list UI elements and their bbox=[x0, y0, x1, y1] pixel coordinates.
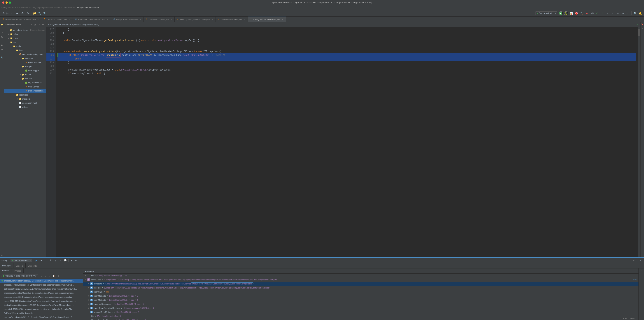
right-scrollbar[interactable] bbox=[638, 27, 640, 257]
back-btn[interactable]: ⬅ bbox=[15, 11, 20, 15]
var-expand-icon[interactable] bbox=[87, 294, 90, 298]
frame-item-5[interactable]: access$800:111, ConfigurationClassParser… bbox=[0, 299, 83, 303]
git-icon[interactable]: ⎇ bbox=[0, 31, 4, 34]
tree-arrow[interactable]: ▶ bbox=[8, 33, 10, 35]
tab-ConfigurationClassParser[interactable]: J ConfigurationClassParser.java × bbox=[248, 16, 286, 22]
frame-item-1[interactable]: processMemberClasses:372, ConfigurationC… bbox=[0, 283, 83, 287]
breadcrumb-item-4[interactable]: annotation bbox=[64, 6, 74, 9]
tree-item-resources[interactable]: 📁 resources bbox=[4, 93, 46, 97]
tree-item-HelloController[interactable]: ▶ J HelloController bbox=[4, 60, 46, 64]
nav-btn-2[interactable]: 🔧 bbox=[37, 11, 42, 15]
tab-close-icon[interactable]: × bbox=[106, 18, 109, 21]
nav-copy-btn[interactable]: 📋 bbox=[52, 274, 56, 278]
var-skippedBeanMethods[interactable]: f skippedBeanMethods = {HashSet@5880} si… bbox=[83, 310, 638, 314]
step-over-btn[interactable]: ↷ bbox=[39, 259, 43, 263]
var-importedResources[interactable]: f importedResources = {LinkedHashMap@587… bbox=[83, 302, 638, 306]
evaluate-btn[interactable]: 💬 bbox=[63, 259, 67, 263]
tree-item-application-yaml[interactable]: ▶ 📄 application.yaml bbox=[4, 101, 46, 105]
tree-item-init-sql[interactable]: ▶ 📄 init.sql bbox=[4, 105, 46, 109]
tree-item-mapper[interactable]: 📁 mapper bbox=[4, 64, 46, 68]
var-expand-icon[interactable] bbox=[87, 298, 90, 302]
var-configClass[interactable]: p configClass = {ConfigurationClass@5874… bbox=[83, 278, 638, 282]
project-icon[interactable]: 📁 bbox=[0, 23, 4, 26]
var-beanMethods-1[interactable]: f beanMethods = {LinkedHashSet@5876} siz… bbox=[83, 294, 638, 298]
editor-breadcrumb-method[interactable]: processConfigurationClass() bbox=[74, 23, 99, 25]
editor-breadcrumb-class[interactable]: ConfigurationClassParser bbox=[48, 23, 71, 25]
var-this[interactable]: this = {ConfigurationClassParser@3725} bbox=[83, 274, 638, 278]
tab-close-icon[interactable]: × bbox=[170, 18, 172, 21]
maximize-button[interactable] bbox=[9, 1, 11, 4]
force-step-into-btn[interactable]: ⇓ bbox=[49, 259, 53, 263]
step-into-btn[interactable]: ↓ bbox=[44, 259, 48, 263]
tree-item-src[interactable]: 📁 src bbox=[4, 40, 46, 44]
debug-button[interactable]: 🐛 bbox=[564, 11, 568, 15]
forward-btn[interactable]: ⚙ bbox=[20, 11, 25, 15]
nav-down-btn[interactable]: ↓ bbox=[44, 274, 47, 278]
gear-icon[interactable]: ⚙ bbox=[41, 23, 45, 26]
breadcrumb-item-0[interactable]: spring-context-5.3.16-sources.jar bbox=[2, 6, 31, 9]
tree-item-java[interactable]: 📁 java bbox=[4, 48, 46, 52]
tree-arrow-model[interactable]: ▶ bbox=[20, 74, 22, 75]
pull-requests-icon[interactable]: ⇅ bbox=[0, 35, 4, 39]
var-filter[interactable]: filter = {Predicate$lambda@4415} bbox=[83, 314, 638, 318]
var-this-configurationClasses[interactable]: oo this.configurationClasses = {LinkedHa… bbox=[83, 318, 638, 320]
tree-item-model[interactable]: ▶ 📁 model bbox=[4, 72, 46, 77]
tree-item-DemoApplication[interactable]: ▶ J DemoApplication bbox=[4, 89, 46, 93]
var-importBeanDefinitionRegistrars[interactable]: f importBeanDefinitionRegistrars = {Link… bbox=[83, 306, 638, 310]
tab-ConditionEvaluator[interactable]: J ConditionEvaluator.java × bbox=[216, 16, 248, 22]
run-debug-icon[interactable]: ▶ bbox=[0, 43, 4, 47]
notifications-btn[interactable]: 🔔 bbox=[638, 11, 642, 15]
tab-OnBeanCondition[interactable]: J OnBeanCondition.java × bbox=[144, 16, 175, 22]
view-link[interactable]: View bbox=[632, 278, 637, 281]
run-to-cursor-btn[interactable]: → bbox=[58, 259, 62, 263]
settings-btn[interactable]: ⚙ bbox=[25, 11, 30, 15]
undo-btn[interactable]: ↩ bbox=[616, 11, 620, 15]
frame-item-6[interactable]: lambda$processGroupImports$1:812, Config… bbox=[0, 303, 83, 307]
tree-item-idea[interactable]: ▶ 📁 .idea bbox=[4, 32, 46, 36]
sub-tab-threads[interactable]: Threads bbox=[12, 269, 24, 273]
tree-item-main[interactable]: 📁 main bbox=[4, 44, 46, 48]
add-watch-btn[interactable]: + bbox=[56, 274, 60, 278]
tab-close-icon[interactable]: × bbox=[281, 18, 284, 21]
tab-FilteringSpringBootCondition[interactable]: J FilteringSpringBootCondition.java × bbox=[175, 16, 216, 22]
services-icon[interactable]: ⚙ bbox=[0, 48, 4, 51]
tab-OnClassCondition[interactable]: J OnClassCondition.java × bbox=[41, 16, 73, 22]
tree-item-MyConditional[interactable]: ▶ 🟢 MyConditionalC... bbox=[4, 81, 46, 85]
settings2-btn[interactable]: ⋯ bbox=[74, 259, 78, 263]
tab-close-icon[interactable]: × bbox=[68, 18, 71, 21]
nav-btn-1[interactable]: 📁 bbox=[32, 11, 37, 15]
coverage-btn[interactable]: 🎯 bbox=[574, 11, 579, 15]
tree-arrow-mappers[interactable]: ▶ bbox=[16, 98, 19, 100]
var-metadata[interactable]: f metadata = {SimpleAnnotationMetadata@5… bbox=[83, 282, 638, 286]
frame-item-0[interactable]: processConfigurationClass:226, Configura… bbox=[0, 279, 83, 283]
breadcrumb-item-3[interactable]: context bbox=[56, 6, 62, 9]
nav-btn-3[interactable]: 🔍 bbox=[42, 11, 47, 15]
tab-close-icon[interactable]: × bbox=[211, 18, 214, 21]
stop-btn[interactable]: ■ bbox=[584, 11, 589, 15]
search-everywhere-btn[interactable]: 🔍 bbox=[632, 11, 637, 15]
debug-tab-debugger[interactable]: Debugger bbox=[0, 263, 14, 268]
var-expand-icon[interactable] bbox=[87, 302, 90, 306]
debug-close-icon[interactable]: × bbox=[30, 259, 31, 262]
debug-tab-console[interactable]: Console bbox=[14, 263, 26, 268]
tab-AnnotatedTypeMetadata[interactable]: C AnnotatedTypeMetadata.class × bbox=[73, 16, 111, 22]
bookmark-icon[interactable]: 🔖 bbox=[641, 23, 644, 26]
dots-btn[interactable]: ⋯ bbox=[37, 23, 41, 26]
frame-item-3[interactable]: processConfigurationClass:250, Configura… bbox=[0, 291, 83, 295]
var-expand-icon[interactable] bbox=[84, 319, 87, 320]
git-check-btn[interactable]: ✓ bbox=[595, 11, 600, 15]
tree-item-UserMapper[interactable]: ▶ 🟢 UserMapper bbox=[4, 68, 46, 72]
minimize-button[interactable] bbox=[6, 1, 8, 4]
nav-restore-btn[interactable]: ↺ bbox=[48, 274, 52, 278]
frame-item-8[interactable]: forEach:1259, ArrayList (java.util) bbox=[0, 311, 83, 315]
sub-tab-frames[interactable]: Frames bbox=[0, 269, 12, 273]
var-beanMethods-0[interactable]: f beanMethods = {LinkedHashSet@5877} siz… bbox=[83, 298, 638, 302]
build-btn[interactable]: 🔨 bbox=[579, 11, 584, 15]
maximize-panel-btn[interactable]: ⤢ bbox=[638, 259, 642, 263]
var-expand-icon[interactable] bbox=[87, 306, 90, 310]
debug-tab-endpoints[interactable]: Endpoints bbox=[26, 263, 39, 268]
nav-up-btn[interactable]: ↑ bbox=[40, 274, 43, 278]
step-out-btn[interactable]: ↑ bbox=[54, 259, 58, 263]
var-expand-icon[interactable] bbox=[87, 286, 90, 290]
breadcrumb-item-5[interactable]: ConfigurationClassParser bbox=[76, 6, 99, 9]
